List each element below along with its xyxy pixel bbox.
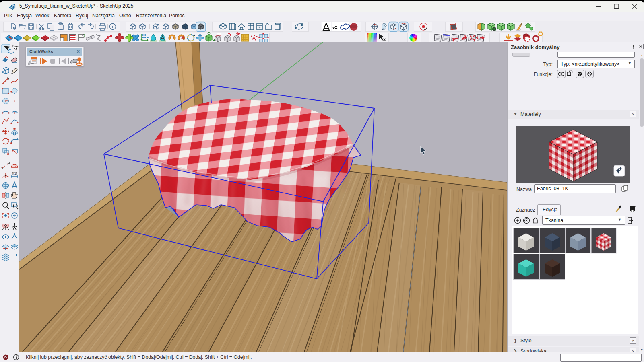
svg-text:A1: A1 <box>13 173 17 175</box>
